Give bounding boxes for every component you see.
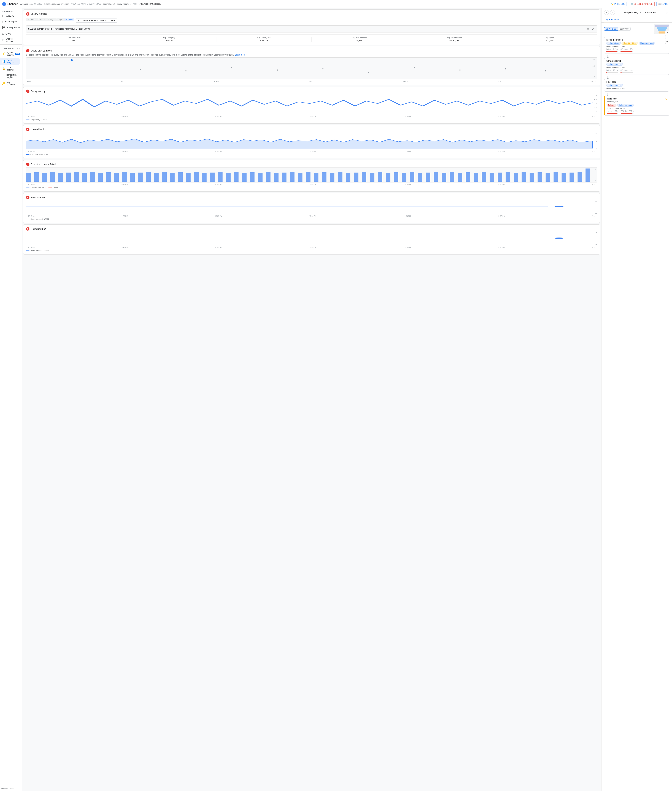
learn-more-link[interactable]: Learn more ↗ — [235, 54, 248, 56]
scatter-dot-1[interactable] — [140, 69, 141, 70]
scatter-dot-3[interactable] — [231, 67, 232, 68]
breadcrumb-instance-name[interactable]: example-instance: Overview — [44, 3, 69, 5]
query-plan-tab[interactable]: QUERY PLAN — [604, 17, 621, 22]
database-section-header[interactable]: DATABASE ▾ — [0, 8, 22, 13]
learn-button[interactable]: 📖 LEARN — [656, 2, 670, 6]
exec-x-5: 11:30 PM — [498, 184, 505, 186]
breadcrumb-instance-label: INSTANCE — [34, 3, 42, 5]
time-btn-1hour[interactable]: 10 hour — [26, 18, 36, 21]
x-label-5: 0:30 — [498, 81, 501, 82]
rows-returned-legend: Rows returned: 48.19k — [26, 250, 597, 251]
exec-x-0: UTC+5:30 — [27, 184, 35, 186]
svg-rect-24 — [218, 172, 222, 182]
chart-y-max: 3.00s — [592, 58, 596, 60]
view-toggle-expanded[interactable]: EXPANDED — [604, 27, 618, 30]
sidebar-label-system-insights: System insights — [7, 51, 14, 56]
scatter-dot-selected[interactable] — [71, 59, 73, 61]
breadcrumb-db-name[interactable]: example-db-1: Query insights — [103, 3, 130, 5]
lock-insights-icon: 🔒 — [2, 67, 5, 70]
scatter-dot-7[interactable] — [413, 67, 415, 68]
scatter-dot-9[interactable] — [505, 68, 506, 69]
scatter-dot-10[interactable] — [545, 70, 546, 72]
scatter-dot-8[interactable] — [459, 69, 461, 71]
latency-x-6: Mar 2 — [592, 116, 597, 118]
top-bar-actions: ✏️ WRITE DDL 🗑️ DELETE DATABASE 📖 LEARN — [609, 2, 670, 6]
observability-section-header[interactable]: OBSERVABILITY ▾ — [0, 45, 22, 50]
node-du-cpu-bar-fill — [621, 51, 632, 52]
svg-rect-68 — [570, 173, 574, 182]
sidebar-item-lock-insights[interactable]: 🔒 Lock insights — [0, 65, 20, 72]
time-btn-6hours[interactable]: 6 hours — [36, 18, 46, 21]
node-serialize-title: Serialize result — [606, 59, 667, 62]
scatter-x-axis: 9 PM 9:30 10 PM 10:30 11 PM 0:30 Thu 02 — [26, 81, 597, 82]
cpu-chart-svg — [26, 133, 593, 149]
view-toggle-compact[interactable]: COMPACT — [618, 27, 630, 30]
svg-rect-33 — [290, 172, 294, 182]
node-du-latency-bar — [606, 51, 618, 52]
rows-scanned-x-axis: UTC+5:30 9:30 PM 10:00 PM 10:30 PM 11:00… — [26, 215, 597, 217]
date-range-button[interactable]: ✓ ✓ 3/1/23, 8:43 PM - 3/2/23, 12:04 AM ▾ — [76, 19, 117, 22]
latency-chart: 3s 2.5s 2s 1.5s 1s — [26, 94, 597, 114]
svg-rect-4 — [58, 173, 63, 182]
sidebar-item-system-insights[interactable]: ⚡ System insights NEW — [0, 50, 20, 58]
delete-database-button[interactable]: 🗑️ DELETE DATABASE — [629, 2, 654, 6]
connector-1 — [608, 55, 608, 58]
rows-returned-x-axis: UTC+5:30 9:30 PM 10:00 PM 10:30 PM 11:00… — [26, 247, 597, 249]
scatter-dot-5[interactable] — [322, 68, 324, 69]
rows-returned-legend-line — [26, 250, 29, 251]
svg-rect-15 — [146, 172, 150, 182]
exec-x-6: Mar 2 — [592, 184, 597, 186]
chart-y-min: 1.50s — [592, 76, 596, 78]
sidebar-item-change-streams[interactable]: ≋ Change streams — [0, 36, 20, 44]
next-sample-button[interactable]: › — [610, 10, 615, 15]
cpu-x-6: Mar 2 — [592, 151, 597, 152]
svg-rect-60 — [506, 172, 510, 182]
time-selector-row: 10 hour 6 hours 1 day 7 days 30 days ✓ ✓… — [26, 18, 597, 23]
svg-rect-40 — [346, 173, 350, 182]
sidebar-item-transaction-insights[interactable]: ↔ Transaction insights — [0, 72, 20, 80]
write-ddl-button[interactable]: ✏️ WRITE DDL — [609, 2, 627, 6]
zoom-out-button[interactable]: − — [665, 35, 669, 39]
svg-rect-8 — [90, 172, 95, 182]
release-notes[interactable]: Release Notes — [0, 786, 22, 791]
reset-zoom-button[interactable]: ↺ — [665, 40, 669, 44]
sidebar-item-key-visualizer[interactable]: 🔑 Key Visualizer — [0, 80, 20, 87]
copy-query-button[interactable]: ⧉ — [586, 27, 590, 31]
sidebar-item-import-export[interactable]: ↕ Import/Export — [0, 19, 20, 25]
query-latency-section: 5 Query latency 3s 2.5s 2s 1.5s 1s UTC+5… — [23, 87, 600, 123]
breadcrumb-sep-3: › — [130, 3, 131, 5]
svg-rect-43 — [370, 173, 374, 182]
expand-panel-button[interactable]: ⤢ — [665, 10, 669, 15]
node-serialize-rows: Rows returned: 48,186 — [606, 67, 667, 69]
breadcrumb-all-instances[interactable]: All instances — [20, 3, 32, 5]
cpu-x-0: UTC+5:30 — [27, 151, 35, 152]
sidebar-label-lock-insights: Lock insights — [7, 66, 18, 71]
breadcrumb-db-label: GOOGLE STANDARD SQL DATABASE — [71, 3, 101, 5]
time-btn-30days[interactable]: 30 days — [64, 18, 74, 21]
stat-label-avg-rows-scanned: Avg. rows scanned — [313, 37, 405, 39]
sidebar-item-backup-restore[interactable]: 💾 Backup/Restore — [0, 25, 20, 30]
rows-scanned-y-min: 6M — [595, 212, 597, 214]
change-streams-icon: ≋ — [2, 38, 4, 42]
svg-rect-54 — [458, 173, 462, 182]
node-serialize-cpu-label: CPU time: 20 ms — [621, 69, 633, 71]
prev-sample-button[interactable]: ‹ — [604, 10, 609, 15]
scatter-dot-4[interactable] — [277, 69, 278, 71]
expand-query-button[interactable]: ⤢ — [591, 27, 595, 31]
sidebar-item-query[interactable]: ◻ Query — [0, 30, 20, 36]
cpu-legend: CPU utilization: 2.24s — [26, 154, 597, 155]
node-serialize-latency: Latency: 20 ms — [606, 69, 618, 73]
svg-rect-36 — [314, 173, 318, 182]
svg-rect-51 — [434, 172, 438, 182]
time-btn-7days[interactable]: 7 days — [55, 18, 64, 21]
svg-rect-14 — [138, 173, 143, 182]
scatter-dot-2[interactable] — [185, 70, 187, 72]
scatter-dot-6[interactable] — [368, 72, 370, 74]
node-table-scan-title: Table scan — [607, 98, 618, 100]
rows-returned-x-5: 11:30 PM — [498, 247, 505, 249]
time-btn-1day[interactable]: 1 day — [46, 18, 55, 21]
sidebar-item-overview[interactable]: ⊞ Overview — [0, 13, 20, 19]
sidebar-item-query-insights[interactable]: 📊 Query insights — [0, 58, 20, 65]
latency-x-3: 10:30 PM — [309, 116, 317, 118]
cpu-x-axis: UTC+5:30 9:30 PM 10:00 PM 10:30 PM 11:00… — [26, 151, 597, 152]
